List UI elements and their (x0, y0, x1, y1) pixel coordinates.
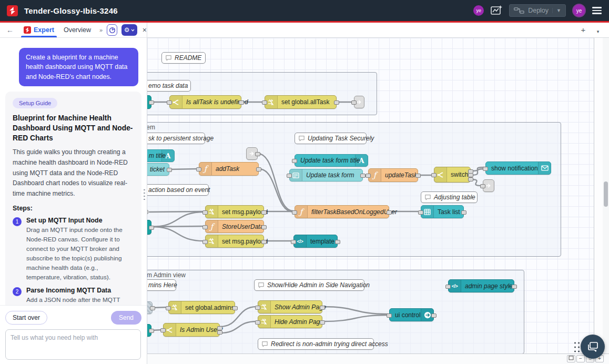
node-show-notification[interactable]: show notification (485, 161, 551, 175)
zoom-out-button[interactable]: − (576, 355, 585, 362)
flow-list-button[interactable]: ▾ (593, 27, 603, 36)
output-port[interactable] (150, 306, 155, 310)
input-port[interactable] (255, 306, 260, 310)
output-port[interactable] (149, 329, 154, 333)
node-storeuserdata[interactable]: ƒStoreUserData (205, 220, 264, 233)
input-port[interactable] (255, 320, 260, 325)
input-port[interactable] (167, 100, 172, 105)
send-button[interactable]: Send (111, 311, 141, 325)
input-port[interactable] (166, 306, 171, 310)
comment-node[interactable]: emo task data (147, 80, 191, 92)
input-port[interactable] (483, 167, 488, 171)
link-in-stub[interactable] (147, 324, 151, 337)
input-port[interactable] (445, 285, 451, 289)
link-in-stub[interactable] (147, 220, 151, 235)
panel-resize-handle[interactable] (143, 188, 146, 202)
output-port[interactable] (468, 177, 473, 181)
output-port[interactable] (360, 174, 366, 178)
node-addtask[interactable]: ƒaddTask (199, 162, 259, 176)
input-port[interactable] (202, 225, 208, 229)
node-task-list[interactable]: Task list (421, 205, 464, 218)
link-in-stub[interactable] (147, 95, 151, 109)
input-port[interactable] (418, 210, 423, 215)
output-port[interactable] (320, 320, 325, 325)
comment-node[interactable]: sk to persistent storage (147, 133, 205, 144)
comment-node[interactable]: mins Here (147, 279, 176, 291)
node-admin-page-style[interactable]: </>admin page style (448, 279, 514, 292)
output-port[interactable] (167, 168, 172, 172)
minimap-button[interactable] (567, 355, 575, 362)
inject-stub[interactable] (147, 301, 153, 314)
more-tabs-button[interactable]: » (96, 27, 106, 33)
output-port[interactable] (431, 314, 437, 318)
settings-dropdown-button[interactable]: ⚙ (121, 24, 137, 36)
input-port[interactable] (351, 100, 357, 105)
tab-overview[interactable]: Overview (59, 23, 96, 37)
node-hide-admin-page[interactable]: Hide Admin Page (258, 315, 322, 328)
input-port[interactable] (202, 210, 208, 215)
node-show-admin-page[interactable]: Show Admin Page (258, 300, 322, 314)
comment-node[interactable]: Redirect is non-admin trying direct acce… (258, 338, 374, 350)
input-port[interactable] (291, 240, 296, 244)
node-filtertaskbasedonloggeduser[interactable]: ƒfilterTaskBasedOnLoggedUser (295, 205, 389, 218)
output-port[interactable] (261, 240, 267, 244)
back-button[interactable]: ← (6, 26, 14, 34)
node-ui-control[interactable]: ui control (389, 308, 434, 321)
output-port[interactable] (415, 174, 421, 178)
output-port[interactable] (255, 152, 260, 156)
input-port[interactable] (480, 184, 485, 188)
input-port[interactable] (366, 174, 371, 178)
node-switch[interactable]: switch (434, 167, 471, 183)
node-set-msg-payload[interactable]: set msg.payload (205, 235, 264, 248)
output-port[interactable] (387, 210, 392, 215)
comment-node[interactable]: action based on event (147, 184, 209, 196)
main-menu-button[interactable] (592, 7, 602, 14)
output-port[interactable] (217, 326, 222, 330)
node-is-admin-user-[interactable]: Is Admin User? (163, 323, 220, 337)
input-port[interactable] (431, 173, 437, 177)
input-port[interactable] (387, 314, 392, 318)
user-avatar[interactable]: ye (572, 4, 586, 17)
assistant-chat-fab[interactable] (581, 335, 605, 359)
drag-handle-dots[interactable] (573, 341, 581, 352)
node-m-title[interactable]: Am title (147, 149, 175, 162)
input-port[interactable] (292, 210, 297, 215)
output-port[interactable] (334, 100, 339, 105)
chart-view-button[interactable] (107, 24, 117, 36)
flowfuse-logo-icon[interactable] (7, 5, 18, 16)
hidden-node-port[interactable] (147, 210, 148, 214)
output-port[interactable] (261, 225, 267, 229)
start-over-button[interactable]: Start over (5, 311, 47, 325)
scrollbar-thumb[interactable] (604, 181, 608, 207)
node-is-alltask-is-undefined[interactable]: Is allTask is undefined (169, 95, 241, 109)
link-out-node[interactable] (354, 96, 364, 108)
input-port[interactable] (292, 159, 297, 163)
output-port[interactable] (335, 240, 340, 244)
collaborator-avatar[interactable]: ye (473, 5, 484, 16)
output-port[interactable] (256, 167, 261, 171)
link-out-node[interactable] (483, 179, 494, 192)
node-set-msg-payload[interactable]: set msg.payload (205, 205, 264, 218)
close-panel-button[interactable]: × (143, 26, 147, 34)
comment-node[interactable]: Adjusting table (421, 191, 478, 203)
input-port[interactable] (262, 100, 267, 105)
output-port[interactable] (232, 306, 238, 310)
node-set-global-alltask[interactable]: set global.allTask (265, 95, 337, 109)
comment-node[interactable]: README (161, 52, 206, 64)
node-updatetask[interactable]: ƒupdateTask (368, 168, 418, 182)
deploy-button[interactable]: Deploy ▼ (509, 4, 566, 17)
input-port[interactable] (287, 174, 292, 178)
assistant-text-input[interactable] (5, 329, 141, 360)
output-port[interactable] (320, 306, 325, 310)
output-port[interactable] (149, 100, 154, 105)
input-port[interactable] (202, 240, 208, 244)
node-template[interactable]: </>template (293, 235, 338, 248)
output-port[interactable] (239, 100, 244, 105)
input-port[interactable] (196, 167, 201, 171)
node-update-task-form[interactable]: Update task form (289, 169, 363, 181)
output-port[interactable] (512, 285, 517, 289)
output-port[interactable] (149, 226, 154, 230)
vertical-scrollbar[interactable] (603, 38, 609, 353)
flow-canvas[interactable]: ystemstem Admin viewREADMEemo task datas… (147, 38, 594, 353)
ai-flow-icon[interactable] (490, 5, 503, 16)
